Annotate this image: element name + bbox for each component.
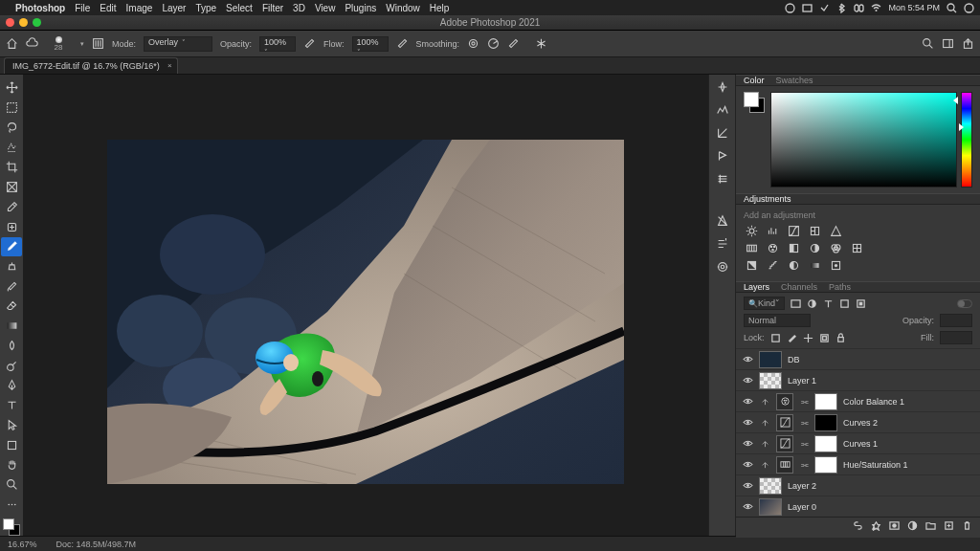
status-icon[interactable] (819, 3, 830, 13)
layer-fill-input[interactable] (940, 331, 972, 344)
siri-icon[interactable] (964, 3, 974, 13)
marquee-tool[interactable] (1, 99, 22, 118)
layer-row[interactable]: Layer 2 (736, 474, 980, 496)
layer-row[interactable]: Layer 1 (736, 369, 980, 390)
cloud-icon[interactable] (26, 37, 38, 50)
adj-exposure-icon[interactable] (807, 224, 822, 237)
move-tool[interactable] (1, 78, 22, 98)
brush-tool[interactable] (1, 237, 22, 256)
filter-type-icon[interactable] (823, 298, 834, 309)
pen-tool[interactable] (1, 376, 22, 395)
adj-brightness-icon[interactable] (744, 224, 759, 237)
layer-opacity-input[interactable] (940, 314, 972, 327)
flow-input[interactable]: 100% ˅ (352, 36, 389, 52)
visibility-toggle-icon[interactable] (742, 438, 753, 449)
workspace-icon[interactable] (942, 37, 954, 50)
visibility-toggle-icon[interactable] (742, 459, 753, 470)
panel-icon[interactable] (716, 126, 729, 140)
layer-mask-thumb[interactable] (814, 435, 837, 452)
layer-style-icon[interactable] (871, 520, 881, 531)
layer-row[interactable]: Layer 0 (736, 496, 980, 517)
menu-view[interactable]: View (315, 3, 336, 13)
layer-row[interactable]: ⫘Curves 1 (736, 432, 980, 453)
lasso-tool[interactable] (1, 118, 22, 137)
home-icon[interactable] (6, 37, 18, 50)
layer-row[interactable]: ⫘Color Balance 1 (736, 390, 980, 411)
blend-mode-dropdown[interactable]: Normal (744, 314, 811, 327)
lock-pixels-icon[interactable] (787, 333, 797, 343)
app-menu[interactable]: Photoshop (15, 3, 65, 13)
layer-name[interactable]: Layer 2 (788, 481, 816, 491)
eraser-tool[interactable] (1, 297, 22, 316)
status-icon[interactable] (802, 3, 813, 13)
link-layers-icon[interactable] (853, 520, 863, 531)
frame-tool[interactable] (1, 178, 22, 197)
tab-color[interactable]: Color (744, 76, 765, 85)
visibility-toggle-icon[interactable] (742, 375, 753, 386)
layer-mask-thumb[interactable] (814, 456, 837, 474)
visibility-toggle-icon[interactable] (742, 396, 753, 407)
adj-vibrance-icon[interactable] (828, 224, 843, 237)
dodge-tool[interactable] (1, 356, 22, 375)
filter-pixel-icon[interactable] (791, 298, 801, 309)
tab-adjustments[interactable]: Adjustments (744, 194, 791, 204)
adj-levels-icon[interactable] (765, 224, 780, 237)
adj-gradmap-icon[interactable] (807, 258, 822, 272)
layer-name[interactable]: DB (788, 355, 800, 364)
type-tool[interactable] (1, 396, 22, 415)
new-layer-icon[interactable] (944, 520, 954, 531)
adj-colorlookup-icon[interactable] (849, 241, 864, 254)
layer-row[interactable]: ⫘Curves 2 (736, 411, 980, 432)
wifi-icon[interactable] (871, 3, 881, 13)
adj-threshold-icon[interactable] (786, 258, 801, 272)
blur-tool[interactable] (1, 337, 22, 356)
eyedropper-tool[interactable] (1, 197, 22, 216)
adj-curves-icon[interactable] (786, 224, 801, 237)
layer-name[interactable]: Color Balance 1 (843, 397, 904, 407)
panel-icon[interactable] (716, 214, 729, 228)
filter-toggle[interactable] (957, 299, 972, 308)
hue-slider[interactable] (961, 92, 972, 187)
pressure-size-icon[interactable] (507, 37, 520, 50)
healing-brush-tool[interactable] (1, 217, 22, 236)
tab-layers[interactable]: Layers (744, 282, 769, 292)
zoom-tool[interactable] (1, 475, 22, 495)
document-tab[interactable]: IMG_6772-Edit.tif @ 16.7% (RGB/16*) × (4, 57, 178, 74)
pressure-opacity-icon[interactable] (303, 37, 316, 50)
airbrush-icon[interactable] (396, 37, 409, 50)
visibility-toggle-icon[interactable] (742, 354, 753, 364)
menu-image[interactable]: Image (126, 3, 153, 13)
layer-mask-thumb[interactable] (814, 393, 837, 410)
symmetry-icon[interactable] (535, 37, 547, 50)
menu-filter[interactable]: Filter (262, 3, 283, 13)
menu-type[interactable]: Type (195, 3, 216, 13)
menu-file[interactable]: File (75, 3, 90, 13)
panel-icon[interactable] (716, 103, 729, 117)
visibility-toggle-icon[interactable] (742, 417, 753, 428)
bluetooth-icon[interactable] (836, 3, 847, 13)
tab-swatches[interactable]: Swatches (776, 76, 813, 85)
menubar-clock[interactable]: Mon 5:54 PM (888, 3, 940, 12)
panel-icon[interactable] (716, 80, 729, 94)
filter-shape-icon[interactable] (839, 298, 850, 309)
hand-tool[interactable] (1, 455, 22, 474)
color-field[interactable] (770, 92, 957, 187)
menu-help[interactable]: Help (430, 3, 450, 13)
layer-name[interactable]: Hue/Saturation 1 (843, 460, 908, 470)
delete-layer-icon[interactable] (962, 520, 972, 531)
layer-filter-kind[interactable]: 🔍Kind ˅ (744, 297, 785, 310)
zoom-level[interactable]: 16.67% (8, 540, 37, 549)
foreground-background-swatch[interactable] (3, 518, 20, 536)
smoothing-options-icon[interactable] (467, 37, 479, 50)
share-icon[interactable] (962, 37, 974, 50)
menu-3d[interactable]: 3D (293, 3, 305, 13)
adj-photofilter-icon[interactable] (807, 241, 822, 254)
new-adjustment-icon[interactable] (907, 520, 918, 531)
gradient-tool[interactable] (1, 317, 22, 336)
visibility-toggle-icon[interactable] (742, 480, 753, 491)
panel-icon[interactable] (716, 172, 729, 186)
document-canvas[interactable] (23, 75, 708, 536)
lock-all-icon[interactable] (835, 333, 846, 343)
filter-smart-icon[interactable] (856, 298, 866, 309)
brush-settings-icon[interactable] (92, 37, 104, 50)
